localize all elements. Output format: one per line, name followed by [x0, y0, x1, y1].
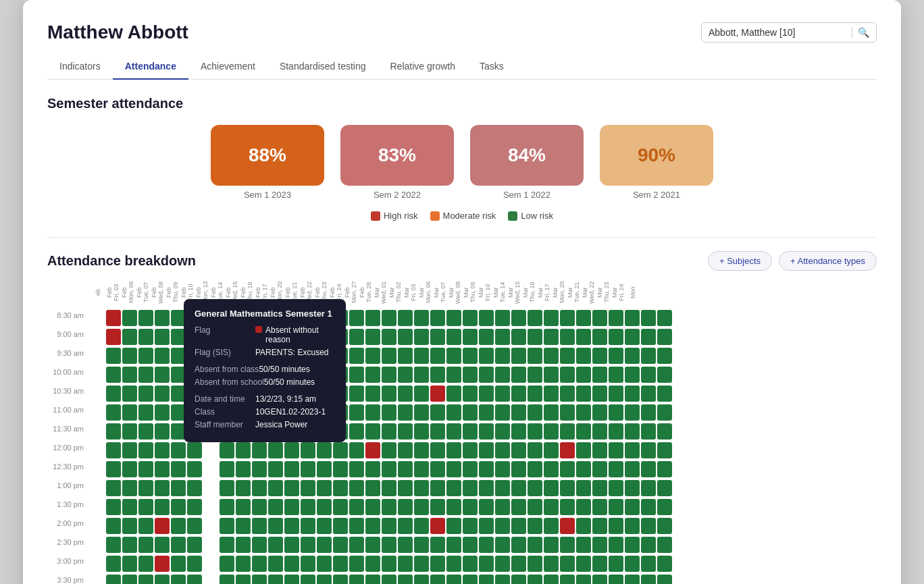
grid-cell[interactable]	[592, 480, 607, 496]
grid-cell[interactable]	[414, 329, 429, 345]
grid-cell[interactable]	[592, 518, 607, 534]
grid-cell[interactable]	[382, 348, 396, 364]
grid-cell[interactable]	[495, 480, 510, 496]
grid-cell[interactable]	[155, 404, 170, 421]
grid-cell[interactable]	[463, 310, 478, 326]
grid-cell[interactable]	[592, 461, 607, 477]
grid-cell[interactable]	[544, 556, 559, 572]
grid-cell[interactable]	[382, 461, 396, 477]
grid-cell[interactable]	[414, 518, 429, 534]
grid-cell[interactable]	[382, 537, 396, 553]
grid-cell[interactable]	[317, 461, 332, 477]
grid-cell[interactable]	[349, 537, 364, 553]
grid-cell[interactable]	[625, 348, 640, 364]
grid-cell[interactable]	[609, 556, 623, 572]
grid-cell[interactable]	[576, 556, 591, 572]
grid-cell[interactable]	[106, 480, 121, 496]
grid-cell[interactable]	[171, 556, 186, 572]
tab-indicators[interactable]: Indicators	[47, 54, 113, 80]
grid-cell[interactable]	[382, 518, 396, 534]
grid-cell[interactable]	[398, 404, 413, 421]
grid-cell[interactable]	[138, 442, 153, 458]
grid-cell[interactable]	[365, 404, 380, 421]
grid-cell[interactable]	[528, 556, 542, 572]
grid-cell[interactable]	[576, 537, 591, 553]
grid-cell[interactable]	[268, 442, 283, 458]
grid-cell[interactable]	[252, 575, 267, 584]
grid-cell[interactable]	[511, 461, 526, 477]
grid-cell[interactable]	[138, 367, 153, 383]
grid-cell[interactable]	[155, 367, 170, 383]
grid-cell[interactable]	[511, 537, 526, 553]
grid-cell[interactable]	[138, 348, 153, 364]
grid-cell[interactable]	[398, 537, 413, 553]
grid-cell[interactable]	[333, 499, 348, 515]
grid-cell[interactable]	[625, 423, 640, 440]
grid-cell[interactable]	[479, 329, 494, 345]
grid-cell[interactable]	[284, 518, 299, 534]
grid-cell[interactable]	[430, 537, 445, 553]
grid-cell[interactable]	[414, 480, 429, 496]
grid-cell[interactable]	[171, 537, 186, 553]
grid-cell[interactable]	[528, 329, 542, 345]
grid-cell[interactable]	[155, 556, 170, 572]
grid-cell[interactable]	[576, 575, 591, 584]
grid-cell[interactable]	[560, 423, 575, 440]
grid-cell[interactable]	[106, 556, 121, 572]
grid-cell[interactable]	[122, 461, 137, 477]
grid-scroll-area[interactable]: eb Fri, 03 Feb Mon, 06 Feb Tue, 07 Feb W…	[89, 280, 877, 584]
grid-cell[interactable]	[641, 461, 656, 477]
grid-cell[interactable]	[446, 329, 461, 345]
grid-cell[interactable]	[106, 518, 121, 534]
grid-cell[interactable]	[511, 386, 526, 402]
grid-cell[interactable]	[657, 404, 672, 421]
grid-cell[interactable]	[398, 442, 413, 458]
grid-cell[interactable]	[657, 348, 672, 364]
grid-cell[interactable]	[592, 367, 607, 383]
grid-cell[interactable]	[365, 461, 380, 477]
grid-cell[interactable]	[528, 575, 542, 584]
grid-cell[interactable]	[446, 310, 461, 326]
grid-cell[interactable]	[560, 575, 575, 584]
grid-cell[interactable]	[495, 348, 510, 364]
grid-cell[interactable]	[220, 556, 234, 572]
grid-cell[interactable]	[641, 480, 656, 496]
grid-cell[interactable]	[479, 461, 494, 477]
grid-cell[interactable]	[609, 329, 623, 345]
grid-cell[interactable]	[495, 329, 510, 345]
grid-cell[interactable]	[349, 404, 364, 421]
grid-cell[interactable]	[365, 480, 380, 496]
grid-cell[interactable]	[138, 518, 153, 534]
grid-cell[interactable]	[138, 575, 153, 584]
grid-cell[interactable]	[414, 556, 429, 572]
grid-cell[interactable]	[106, 442, 121, 458]
grid-cell[interactable]	[479, 480, 494, 496]
grid-cell[interactable]	[479, 367, 494, 383]
grid-cell[interactable]	[349, 423, 364, 440]
grid-cell[interactable]	[511, 480, 526, 496]
grid-cell[interactable]	[220, 461, 234, 477]
grid-cell[interactable]	[544, 310, 559, 326]
grid-cell[interactable]	[641, 537, 656, 553]
grid-cell[interactable]	[592, 329, 607, 345]
grid-cell[interactable]	[463, 367, 478, 383]
grid-cell[interactable]	[592, 499, 607, 515]
grid-cell[interactable]	[576, 442, 591, 458]
grid-cell[interactable]	[430, 348, 445, 364]
grid-cell[interactable]	[641, 499, 656, 515]
grid-cell[interactable]	[625, 442, 640, 458]
grid-cell[interactable]	[657, 442, 672, 458]
grid-cell[interactable]	[544, 518, 559, 534]
grid-cell[interactable]	[463, 480, 478, 496]
grid-cell[interactable]	[301, 556, 315, 572]
grid-cell[interactable]	[641, 423, 656, 440]
grid-cell[interactable]	[528, 442, 542, 458]
grid-cell[interactable]	[609, 423, 623, 440]
subjects-button[interactable]: + Subjects	[708, 251, 772, 271]
grid-cell[interactable]	[544, 386, 559, 402]
grid-cell[interactable]	[284, 575, 299, 584]
grid-cell[interactable]	[463, 499, 478, 515]
grid-cell[interactable]	[236, 575, 251, 584]
grid-cell[interactable]	[252, 442, 267, 458]
grid-cell[interactable]	[382, 480, 396, 496]
